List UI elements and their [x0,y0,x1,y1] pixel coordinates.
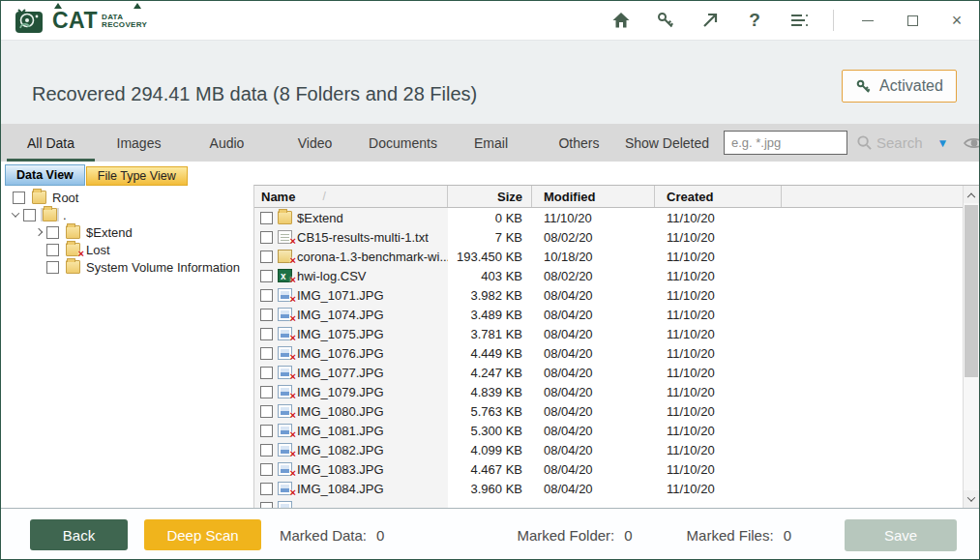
filter-tab-documents[interactable]: Documents [359,124,447,162]
file-created: 11/10/20 [655,327,782,341]
deleted-x-icon: × [290,487,296,498]
view-tabs: Data ViewFile Type View [5,164,188,186]
search-input[interactable] [724,131,847,155]
file-name: IMG_1076.JPG [297,346,384,361]
file-row-img-1081-jpg[interactable]: ×IMG_1081.JPG5.300 KB08/04/2011/10/20 [254,421,963,440]
file-row-img-1074-jpg[interactable]: ×IMG_1074.JPG3.489 KB08/04/2011/10/20 [254,305,963,324]
maximize-button[interactable] [902,10,923,31]
file-row-img-1082-jpg[interactable]: ×IMG_1082.JPG4.099 KB08/04/2011/10/20 [254,440,963,459]
tree-checkbox-extend[interactable] [46,226,59,239]
file-row-img-1075-jpg[interactable]: ×IMG_1075.JPG3.781 KB08/04/2011/10/20 [254,324,963,343]
file-row-img-1071-jpg[interactable]: ×IMG_1071.JPG3.982 KB08/04/2011/10/20 [254,285,963,305]
row-checkbox-img-1081-jpg[interactable] [260,425,273,437]
column-header-name[interactable]: Name / [254,186,448,207]
activated-label: Activated [879,77,943,95]
column-header-size[interactable]: Size [448,186,532,207]
file-row-partial[interactable]: × [254,498,963,508]
row-checkbox-hwi-log-csv[interactable] [260,270,273,282]
row-checkbox-cb15-results-multi-1-txt[interactable] [260,231,273,244]
back-button[interactable]: Back [30,519,128,550]
jpg-file-icon: × [278,443,292,457]
tree-item-lost[interactable]: ×Lost [3,241,252,258]
row-checkbox-img-1075-jpg[interactable] [260,328,273,340]
row-checkbox-img-1077-jpg[interactable] [260,367,273,379]
close-button[interactable]: × [946,10,967,31]
folder-icon [66,225,80,239]
brand-name: CAT [52,11,98,30]
column-header-created[interactable]: Created [655,186,782,207]
file-row-img-1084-jpg[interactable]: ×IMG_1084.JPG3.960 KB08/04/2011/10/20 [254,479,963,498]
chevron-right-icon[interactable] [30,229,46,235]
file-created: 11/10/20 [655,230,782,245]
save-button[interactable]: Save [845,519,957,551]
filter-tab-video[interactable]: Video [271,124,359,162]
app-window: CAT DATA RECOVERY ? [0,0,980,560]
name-cell: ×corona-1.3-benchmark-wi... [254,247,448,266]
row-checkbox-img-1083-jpg[interactable] [260,463,273,476]
jpg-file-icon: × [278,501,292,508]
row-checkbox-img-1084-jpg[interactable] [260,483,273,495]
scrollbar-thumb[interactable] [965,205,978,377]
name-cell: ×IMG_1075.JPG [254,324,448,343]
filter-tab-others[interactable]: Others [535,124,623,162]
file-name: IMG_1082.JPG [297,443,384,457]
file-row-img-1076-jpg[interactable]: ×IMG_1076.JPG4.449 KB08/04/2011/10/20 [254,343,963,363]
vertical-scrollbar[interactable] [963,186,979,508]
file-row-img-1077-jpg[interactable]: ×IMG_1077.JPG4.247 KB08/04/2011/10/20 [254,363,963,382]
row-checkbox-img-1074-jpg[interactable] [260,309,273,321]
filter-tab-email[interactable]: Email [447,124,535,162]
file-row-corona-1-3-benchmark-wi[interactable]: ×corona-1.3-benchmark-wi...193.450 KB10/… [254,247,963,266]
column-header-modified[interactable]: Modified [532,186,655,207]
tree-checkbox-dot[interactable] [23,209,36,221]
tree-checkbox-lost[interactable] [46,244,59,256]
menu-icon[interactable] [788,10,810,31]
file-row-cb15-results-multi-1-txt[interactable]: ×CB15-results-multi-1.txt7 KB08/02/2011/… [254,227,963,247]
file-row-img-1080-jpg[interactable]: ×IMG_1080.JPG5.763 KB08/04/2011/10/20 [254,401,963,421]
tree-item-dot[interactable]: . [3,206,252,223]
scroll-up-icon[interactable] [964,186,979,203]
filter-tab-all-data[interactable]: All Data [7,124,95,162]
row-checkbox-img-1071-jpg[interactable] [260,289,273,302]
row-checkbox-img-1082-jpg[interactable] [260,444,273,457]
help-icon[interactable]: ? [744,10,765,31]
tree-item-system-volume-information[interactable]: System Volume Information [3,258,252,276]
tree-item-root[interactable]: Root [3,189,252,206]
chevron-down-icon[interactable] [7,212,23,218]
search-dropdown-icon[interactable]: ▼ [937,136,949,150]
view-tab-file-type-view[interactable]: File Type View [86,166,188,186]
name-cell: $Extend [254,208,448,227]
row-checkbox-corona-1-3-benchmark-wi[interactable] [260,251,273,263]
preview-eye-icon[interactable] [963,135,980,151]
file-row-img-1079-jpg[interactable]: ×IMG_1079.JPG4.839 KB08/04/2011/10/20 [254,382,963,401]
file-row-img-1083-jpg[interactable]: ×IMG_1083.JPG4.467 KB08/04/2011/10/20 [254,459,963,479]
key-icon[interactable] [655,10,676,31]
tree-item-extend[interactable]: $Extend [3,223,252,241]
scroll-down-icon[interactable] [964,490,979,508]
tree-checkbox-root[interactable] [13,192,25,204]
row-checkbox-img-1076-jpg[interactable] [260,347,273,360]
tree-checkbox-system-volume-information[interactable] [46,261,59,274]
recovery-summary-header: Recovered 294.41 MB data (8 Folders and … [1,40,979,124]
share-arrow-icon[interactable] [699,10,721,31]
file-row-extend[interactable]: $Extend0 KB11/10/2011/10/20 [254,208,963,227]
app-logo: CAT DATA RECOVERY [15,8,147,34]
file-modified: 08/04/20 [532,482,655,496]
filter-tab-show-deleted[interactable]: Show Deleted [623,124,711,162]
row-checkbox-img-1079-jpg[interactable] [260,386,273,398]
minimize-button[interactable] [857,10,878,31]
deleted-x-icon: × [290,294,296,305]
deep-scan-button[interactable]: Deep Scan [144,519,261,550]
home-icon[interactable] [610,10,632,31]
footer-bar: Back Deep Scan Marked Data: 0 Marked Fol… [1,508,979,560]
view-tab-data-view[interactable]: Data View [5,164,85,186]
filter-tab-audio[interactable]: Audio [183,124,271,162]
file-table-body: $Extend0 KB11/10/2011/10/20×CB15-results… [254,208,963,508]
filter-tab-images[interactable]: Images [95,124,183,162]
search-button[interactable]: Search [856,134,923,151]
row-checkbox-extend[interactable] [260,212,273,224]
file-row-hwi-log-csv[interactable]: ×hwi-log.CSV403 KB08/02/2011/10/20 [254,266,963,285]
file-name: hwi-log.CSV [297,269,367,283]
activated-button[interactable]: Activated [842,70,957,103]
row-checkbox-img-1080-jpg[interactable] [260,405,273,418]
file-created: 11/10/20 [655,424,782,438]
